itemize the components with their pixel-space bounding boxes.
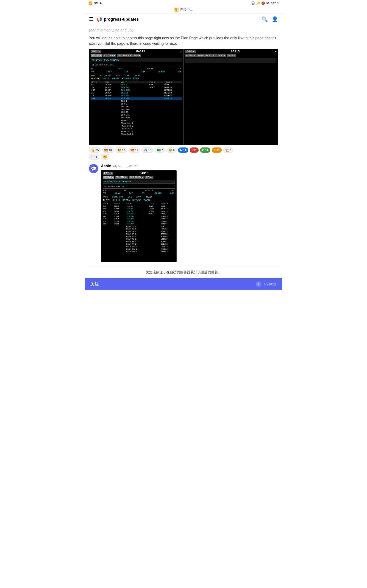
fmc-nav-position-btn[interactable]: POSITION ▼ [102, 54, 117, 57]
fmc-right-nav-data-btn[interactable]: DATA ▼ [227, 54, 236, 57]
reaction-e-box[interactable]: E 11 [212, 147, 222, 153]
reaction-spain-1[interactable]: 🇪🇸 10 [102, 147, 114, 153]
follow-section: 关注该频道，在自己的服务器获知该频道的更新。 [89, 266, 278, 278]
add-reaction-button[interactable]: 😏 [101, 154, 109, 160]
table-row-selected: 34R 2436M ILS 34R RIVET3 [91, 97, 182, 100]
brand-watermark: ✈ 飞行者联盟 [256, 281, 277, 287]
fmc-narrow-sec-index-btn[interactable]: SEC INDEX ▼ [129, 176, 144, 179]
fmc-right-close-button[interactable]: ✕ [275, 50, 276, 53]
fmc-col-rwy: RWY [118, 68, 122, 70]
table-row: LOC 34L [91, 114, 182, 116]
brazil-flag-emoji: 🇧🇷 [157, 148, 161, 152]
fmc-narrow-rwy-value: 07L [142, 192, 146, 195]
fmc-appr-hdr: APPR [91, 74, 96, 77]
fmc-narrow-to-label: TO [103, 192, 106, 195]
sweat-emoji: 😅 [168, 148, 172, 152]
fmc-right-nav-active-btn[interactable]: ACTIVE ▼ [185, 54, 197, 57]
fmc-right-nav-position-btn[interactable]: POSITION ▼ [197, 54, 211, 57]
fmc-nav-active-btn[interactable]: ACTIVE ▼ [91, 54, 102, 57]
fmc-appr-value: ILS34R [91, 77, 100, 80]
e-box-emoji: E [214, 148, 216, 152]
reaction-spain-2[interactable]: 🇪🇸 12 [128, 147, 140, 153]
table-row: 25L 3382M ILS 25L BRUEN2 [103, 220, 175, 223]
fmc-nav-data-btn[interactable]: DATA ▼ [132, 54, 141, 57]
message-body: Ashie 4月24日 上午10:11 FMB1 ▼ BA315 [101, 164, 278, 264]
table-row: 06R 3316M ILS 6R EXERT ANJLL4 [103, 208, 175, 210]
channel-header: ☰ 📢 progress-updates 🔍 👤 [85, 14, 282, 25]
bell-muted-icon: 🔕 [261, 1, 265, 5]
fmc-right-dropdown-arrow[interactable]: ▼ [193, 50, 194, 53]
table-row: RNAV 34R Z [91, 133, 182, 136]
fmc-destination: YSSY [106, 70, 112, 73]
key-icon: 🔑 [256, 1, 260, 5]
messages-area: (bar tmp flight plan and LS) You will no… [85, 25, 282, 278]
reaction-sweat[interactable]: 😅 6 [166, 147, 177, 153]
reaction-airplane[interactable]: ✈️ 15 [142, 147, 153, 153]
th-trans: TRANS ▼ [164, 81, 182, 83]
fmc-right-panel: FMB2 ▼ BA315 ✕ ACTIVE ▼ POSITION ▼ SEC I… [184, 49, 278, 145]
fmc-dropdown-arrow[interactable]: ▼ [98, 50, 100, 53]
fmc-trans-hdr: TRANS [134, 74, 140, 77]
fmc-narrow-active-btn[interactable]: ACTIVE ▼ [103, 176, 114, 179]
airplane-emoji: ✈️ [144, 148, 147, 152]
table-row: RNAV 24L Y OLAAA2 [103, 245, 175, 248]
brazil-count: 7 [161, 149, 163, 152]
table-row: 07L 3939M ILS 7L RIBBN BASET5 [103, 210, 175, 212]
fmc-right-ba-number: BA315 [196, 50, 275, 53]
fmc-narrow-approach-table: RWY ▼ APPR ▼ VIA ▼ STAR ▼ TRANS ▼ 06L 27… [103, 203, 175, 253]
reaction-starstruck[interactable]: 🤩 12 [115, 147, 127, 153]
channel-name: progress-updates [104, 17, 139, 22]
reaction-crane[interactable]: 🏗️ 6 [223, 147, 234, 153]
search-button[interactable]: 🔍 [261, 16, 268, 22]
connecting-banner: 📶 连接中... [85, 6, 282, 14]
fmc-left-close-button[interactable]: ✕ [180, 50, 182, 53]
wifi-icon: 📶 [89, 1, 92, 5]
table-row: RNAV 24R Y SADDE? [103, 250, 175, 253]
partial-message-text: (bar tmp flight plan and LS) [89, 27, 278, 33]
fmc-left-label: FMB1 ▼ [91, 50, 101, 53]
flag-count: 1 [96, 155, 97, 158]
fmc-appr-section: APPR FREQ/CHAN VIA STAR TRANS ILS34R 109… [91, 74, 182, 80]
table-row: RNAV 7 Z [91, 119, 182, 122]
reaction-c-box[interactable]: C 11 [200, 147, 210, 153]
fmc-to-row: TO YSSY ICC 34R 2436M 348 [91, 70, 182, 73]
table-row: 34L 3962M ILS 34L GOALEY [91, 95, 182, 97]
fmc-left-nav-bar: ACTIVE ▼ POSITION ▼ SEC INDEX ▼ DATA ▼ [91, 54, 182, 57]
fmc-left-panel: FMB1 ▼ BA315 ✕ ACTIVE ▼ POSITION ▼ SEC I… [89, 49, 184, 145]
fmc-narrow-via-value: RIBBN [123, 199, 130, 202]
battery-level: 56 [266, 2, 269, 5]
fmc-approach-table: RWY ▼ APPR ▼ VIA ▼ STAR ▼ TRANS ▼ 07 252… [91, 81, 182, 136]
channel-name-wrap: 📢 progress-updates [96, 17, 139, 22]
fmc-narrow-col-ls: LS [103, 190, 106, 192]
th-star: STAR ▼ [148, 81, 164, 83]
reaction-thumbsup[interactable]: 👍 35 [89, 147, 101, 153]
reaction-flag[interactable]: 🏳️ 1 [89, 154, 99, 160]
profile-button[interactable]: 👤 [272, 16, 278, 22]
reaction-n-box[interactable]: N 11 [178, 147, 188, 153]
reaction-i-box[interactable]: I 11 [190, 147, 199, 153]
fmc-appr-data-row: ILS34R 109.3 ENDEV RIVET3 NONE [91, 77, 182, 80]
follow-bar: 关注 ✈ 飞行者联盟 [85, 278, 282, 290]
fmc-narrow-trans-hdr: TRANS [146, 196, 152, 199]
fmc-col-crs: CRS [178, 68, 181, 70]
fmc-narrow-data-btn[interactable]: DATA ▼ [144, 176, 153, 179]
fmc-narrow-appr-col-headers: APPR FREQ/CHAN VIA STAR TRANS [103, 196, 175, 199]
spain-flag-emoji: 🇪🇸 [104, 148, 108, 152]
spain-1-count: 10 [109, 149, 112, 152]
spain-flag-2-emoji: 🇪🇸 [131, 148, 134, 152]
reaction-brazil[interactable]: 🇧🇷 7 [155, 147, 165, 153]
fmc-narrow-col-length: LENGTH [145, 190, 152, 192]
table-row: RNAV 7R Y MOOR4 [103, 240, 175, 243]
fmc-narrow-position-btn[interactable]: POSITION ▼ [115, 176, 129, 179]
sm-th-trans: TRANS ▼ [161, 203, 175, 205]
table-row: RNAV 6R Z IRNMN2 [103, 233, 175, 235]
fmc-narrow-dropdown[interactable]: ▼ [110, 172, 112, 174]
follow-button[interactable]: 关注 [90, 281, 99, 287]
fmc-nav-sec-index-btn[interactable]: SEC INDEX ▼ [117, 54, 132, 57]
thumbsup-emoji: 👍 [91, 148, 95, 152]
message-time: 上午10:11 [126, 164, 138, 168]
fmc-right-nav-sec-index-btn[interactable]: SEC INDEX ▼ [211, 54, 226, 57]
table-row: LOC 16R [91, 108, 182, 111]
hamburger-menu-button[interactable]: ☰ [89, 16, 94, 22]
message-author: Ashie [101, 164, 111, 168]
